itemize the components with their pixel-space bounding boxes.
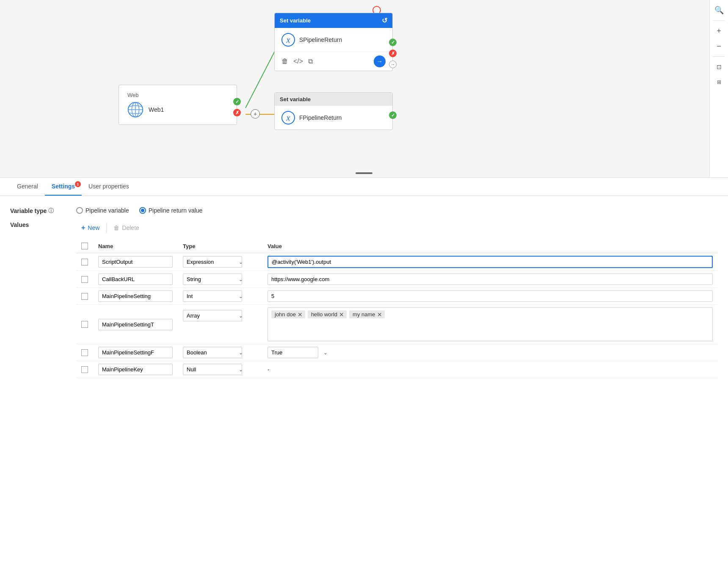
row-checkbox-5[interactable] [81, 349, 88, 356]
node-body-inactive: x FPipelineReturn [275, 106, 392, 130]
code-icon[interactable]: </> [293, 58, 303, 65]
value-input-3[interactable] [267, 290, 713, 302]
row-name-cell-5 [93, 344, 178, 361]
value-select-wrapper-5: True False [267, 347, 331, 358]
row-name-cell-6 [93, 361, 178, 378]
row-value-cell-2 [262, 271, 718, 288]
row-checkbox-cell-1 [76, 253, 93, 271]
error-badge-active: ✗ [389, 50, 397, 57]
type-select-2[interactable]: Expression String Int Array Boolean Null [183, 274, 242, 285]
plus-connector[interactable]: + [251, 109, 260, 119]
set-variable-active-node[interactable]: Set variable ↺ x SPipelineReturn 🗑 </> ⧉… [274, 13, 393, 71]
copy-icon[interactable]: ⧉ [308, 58, 313, 65]
value-input-1[interactable] [267, 256, 713, 268]
web-node-name: Web1 [149, 106, 164, 113]
header-checkbox-cell [76, 239, 93, 253]
type-select-wrapper-3: Expression String Int Array Boolean Null [183, 290, 246, 302]
values-label: Values [10, 221, 69, 228]
canvas-sidebar: 🔍 + − ⊡ ⊞ [709, 0, 728, 177]
tag-close-john-doe[interactable]: ✕ [298, 312, 303, 318]
value-select-5[interactable]: True False [267, 347, 318, 358]
node-header-active: Set variable ↺ [275, 13, 392, 28]
delete-icon[interactable]: 🗑 [281, 58, 288, 65]
row-checkbox-3[interactable] [81, 293, 88, 300]
new-button[interactable]: + New [76, 221, 105, 234]
delete-button[interactable]: 🗑 Delete [108, 222, 144, 234]
row-checkbox-4[interactable] [81, 321, 88, 328]
type-select-5[interactable]: Expression String Int Array Boolean Null [183, 347, 242, 358]
row-checkbox-6[interactable] [81, 366, 88, 373]
collapse-handle[interactable] [356, 172, 372, 174]
fit-view-button[interactable]: ⊡ [712, 60, 726, 74]
plus-icon: + [81, 224, 85, 232]
zoom-in-button[interactable]: + [712, 24, 726, 38]
row-checkbox-cell-2 [76, 271, 93, 288]
header-value: Value [262, 239, 718, 253]
web-node-body: Web1 [127, 102, 228, 118]
zoom-out-button[interactable]: − [712, 39, 726, 53]
row-value-cell-1 [262, 253, 718, 271]
table-body: Expression String Int Array Boolean Null [76, 253, 718, 378]
row-name-cell-4 [93, 305, 178, 344]
header-name: Name [93, 239, 178, 253]
row-type-cell-4: Expression String Int Array Boolean Null [178, 305, 262, 344]
redo-icon[interactable]: ↺ [382, 17, 387, 25]
tag-john-doe: john doe ✕ [271, 310, 305, 318]
row-value-cell-4: john doe ✕ hello world ✕ my name ✕ [262, 305, 718, 344]
type-select-wrapper-1: Expression String Int Array Boolean Null [183, 256, 246, 268]
tags-container-4[interactable]: john doe ✕ hello world ✕ my name ✕ [267, 307, 713, 341]
values-content: + New 🗑 Delete Name Type [76, 221, 718, 378]
row-type-cell-3: Expression String Int Array Boolean Null [178, 288, 262, 305]
svg-point-6 [128, 102, 143, 117]
name-input-5[interactable] [98, 347, 173, 358]
name-input-2[interactable] [98, 274, 173, 285]
navigate-icon[interactable]: → [374, 55, 386, 67]
grid-button[interactable]: ⊞ [712, 75, 726, 89]
type-select-wrapper-4: Expression String Int Array Boolean Null [183, 310, 246, 321]
row-checkbox-1[interactable] [81, 259, 88, 265]
row-name-cell-3 [93, 288, 178, 305]
type-select-1[interactable]: Expression String Int Array Boolean Null [183, 256, 242, 268]
tab-general[interactable]: General [10, 178, 45, 196]
settings-badge: 1 [75, 181, 81, 187]
name-input-6[interactable] [98, 364, 173, 375]
node-actions-active: 🗑 </> ⧉ → [275, 52, 392, 71]
search-canvas-button[interactable]: 🔍 [712, 3, 726, 17]
web-node-title: Web [127, 92, 228, 98]
tag-close-my-name[interactable]: ✕ [377, 312, 382, 318]
row-value-cell-6: - [262, 361, 718, 378]
header-checkbox[interactable] [81, 243, 88, 249]
type-select-3[interactable]: Expression String Int Array Boolean Null [183, 290, 242, 302]
radio-pipeline-variable[interactable]: Pipeline variable [76, 207, 129, 214]
radio-pipeline-return[interactable]: Pipeline return value [139, 207, 203, 214]
type-select-wrapper-2: Expression String Int Array Boolean Null [183, 274, 246, 285]
row-checkbox-2[interactable] [81, 276, 88, 283]
sidebar-divider-1 [713, 20, 725, 21]
radio-circle-pipeline-variable[interactable] [76, 207, 83, 214]
type-select-4[interactable]: Expression String Int Array Boolean Null [183, 310, 242, 321]
node-body-active: x SPipelineReturn [275, 28, 392, 52]
table-header: Name Type Value [76, 239, 718, 253]
radio-circle-pipeline-return[interactable] [139, 207, 146, 214]
set-variable-inactive-node[interactable]: Set variable x FPipelineReturn ✓ [274, 92, 393, 130]
trash-icon: 🗑 [113, 224, 119, 231]
type-select-6[interactable]: Expression String Int Array Boolean Null [183, 364, 242, 375]
variable-icon-active: x [281, 33, 295, 47]
success-badge-inactive: ✓ [389, 111, 397, 119]
pipeline-canvas: Set variable ↺ x SPipelineReturn 🗑 </> ⧉… [0, 0, 728, 178]
node-header-inactive: Set variable [275, 93, 392, 106]
error-badge-web: ✗ [233, 109, 241, 116]
row-checkbox-cell-3 [76, 288, 93, 305]
tag-close-hello-world[interactable]: ✕ [339, 312, 344, 318]
name-input-1[interactable] [98, 256, 173, 268]
table-row: Expression String Int Array Boolean Null [76, 271, 718, 288]
tag-my-name: my name ✕ [349, 310, 384, 318]
name-input-3[interactable] [98, 290, 173, 302]
name-input-4[interactable] [98, 319, 173, 330]
tab-settings[interactable]: Settings 1 [45, 178, 82, 196]
web-node[interactable]: Web Web1 ✓ ✗ [119, 85, 237, 125]
value-input-2[interactable] [267, 274, 713, 285]
tab-user-properties[interactable]: User properties [82, 178, 136, 196]
row-value-cell-3 [262, 288, 718, 305]
type-select-wrapper-6: Expression String Int Array Boolean Null [183, 364, 246, 375]
